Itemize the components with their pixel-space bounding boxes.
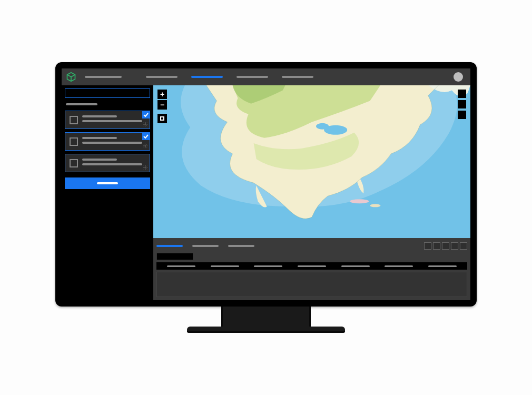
app-screen: + − <box>62 68 470 300</box>
card-checkbox[interactable] <box>70 137 78 146</box>
card-checkbox[interactable] <box>70 159 78 167</box>
bottom-tab-2[interactable] <box>228 245 254 247</box>
zoom-out-button[interactable]: − <box>157 100 167 110</box>
gear-icon[interactable] <box>143 143 148 149</box>
gear-icon[interactable] <box>143 122 148 127</box>
card-subtitle <box>82 163 142 165</box>
nav-items <box>146 76 313 78</box>
sidebar-primary-button[interactable] <box>65 177 150 189</box>
monitor-bezel: + − <box>55 62 477 307</box>
map-zoom-controls: + − <box>157 90 167 123</box>
monitor-stand-base <box>187 327 345 333</box>
bottom-control-4[interactable] <box>460 242 467 250</box>
table-col-4[interactable] <box>341 265 370 267</box>
bottom-tabs <box>156 241 467 251</box>
bottom-tab-1[interactable] <box>192 245 219 247</box>
sidebar-card-1[interactable] <box>65 132 150 151</box>
map-tool-1[interactable] <box>458 100 466 108</box>
table-col-6[interactable] <box>428 265 457 267</box>
svg-point-0 <box>145 124 146 125</box>
main-panel: + − <box>153 85 470 300</box>
card-checked-badge <box>142 133 150 140</box>
svg-point-1 <box>145 145 146 147</box>
gear-icon[interactable] <box>143 165 148 170</box>
minus-icon: − <box>160 101 164 108</box>
table-body[interactable] <box>156 272 467 297</box>
svg-point-6 <box>350 199 369 203</box>
square-icon <box>160 116 164 121</box>
map-canvas <box>153 85 470 238</box>
nav-item-1[interactable] <box>191 76 223 78</box>
card-title <box>82 115 117 117</box>
card-title <box>82 137 117 139</box>
card-title <box>82 159 117 161</box>
table-col-2[interactable] <box>254 265 282 267</box>
bottom-controls <box>424 242 467 250</box>
table-col-5[interactable] <box>385 265 413 267</box>
monitor-stand-neck <box>221 307 311 327</box>
plus-icon: + <box>160 91 164 98</box>
card-subtitle <box>82 142 142 144</box>
bottom-search-input[interactable] <box>156 253 193 260</box>
zoom-in-button[interactable]: + <box>157 90 167 99</box>
bottom-control-3[interactable] <box>451 242 458 250</box>
bottom-control-2[interactable] <box>442 242 449 250</box>
sidebar-heading <box>66 103 97 105</box>
nav-item-0[interactable] <box>146 76 178 78</box>
svg-point-2 <box>145 167 146 169</box>
map-viewport[interactable]: + − <box>153 85 470 238</box>
table-col-1[interactable] <box>211 265 239 267</box>
user-avatar[interactable] <box>454 72 463 82</box>
monitor-frame: + − <box>55 62 477 333</box>
bottom-control-1[interactable] <box>433 242 440 250</box>
card-checked-badge <box>142 111 150 118</box>
map-side-tools <box>458 90 466 119</box>
card-subtitle <box>82 120 142 122</box>
extent-button[interactable] <box>157 114 167 123</box>
bottom-panel <box>153 238 470 300</box>
nav-item-3[interactable] <box>282 76 313 78</box>
card-checkbox[interactable] <box>70 116 78 124</box>
bottom-tab-0[interactable] <box>156 245 183 247</box>
sidebar <box>62 85 153 300</box>
app-logo-icon <box>66 72 76 82</box>
svg-point-7 <box>370 204 380 207</box>
table-col-0[interactable] <box>167 265 195 267</box>
sidebar-card-2[interactable] <box>65 154 150 172</box>
map-tool-2[interactable] <box>458 111 466 119</box>
nav-item-2[interactable] <box>237 76 268 78</box>
bottom-control-0[interactable] <box>424 242 431 250</box>
primary-button-label <box>97 182 118 184</box>
table-col-3[interactable] <box>298 265 326 267</box>
map-tool-0[interactable] <box>458 90 466 98</box>
sidebar-search-input[interactable] <box>65 88 150 98</box>
brand-label <box>85 76 122 78</box>
table-header <box>156 262 467 270</box>
sidebar-card-0[interactable] <box>65 111 150 129</box>
content-area: + − <box>62 85 470 300</box>
svg-point-5 <box>316 123 329 130</box>
top-navbar <box>62 68 470 85</box>
